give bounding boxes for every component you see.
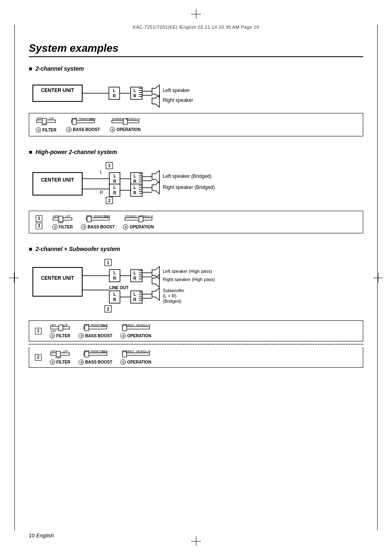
crosshair-bottom: [191, 536, 201, 546]
svg-text:Left speaker (Bridged): Left speaker (Bridged): [163, 173, 212, 179]
svg-text:12dB: 12dB: [89, 117, 95, 120]
svg-text:12dB: 12dB: [104, 215, 110, 218]
op-label-1: OPERATION: [116, 127, 141, 132]
page-number: 10: [29, 532, 35, 539]
svg-text:HPF: HPF: [51, 350, 56, 353]
num2-badge-2: 2: [36, 223, 42, 229]
page-lang: English: [36, 532, 54, 539]
header-text: KAC-7251/7201(KE) lEnglish 02.11.14 10:3…: [29, 25, 363, 30]
svg-text:CENTER UNIT: CENTER UNIT: [41, 88, 74, 93]
op-circle-1: ④: [110, 127, 115, 132]
bass-circle-1: ③: [66, 127, 71, 132]
svg-text:L: L: [134, 185, 136, 190]
svg-text:L: L: [113, 185, 116, 190]
svg-text:L: L: [134, 292, 136, 297]
filter-slider-1: HPF LPF OFF: [36, 117, 56, 126]
num1-badge-2: 1: [36, 215, 42, 222]
svg-text:L: L: [134, 88, 136, 93]
section1-title: 2-channel system: [29, 65, 363, 72]
diagram-2channel: CENTER UNIT L R L R: [29, 77, 337, 110]
svg-text:(L + R): (L + R): [163, 293, 177, 298]
svg-text:CENTER UNIT: CENTER UNIT: [41, 177, 74, 183]
page: KAC-7251/7201(KE) lEnglish 02.11.14 10:3…: [0, 0, 392, 555]
op-slider-3b: STEREO MONO(L≡R): [122, 350, 150, 359]
svg-text:L: L: [134, 271, 136, 275]
svg-rect-137: [59, 325, 63, 331]
svg-text:MONO(L≡R): MONO(L≡R): [126, 117, 140, 121]
svg-text:R: R: [113, 276, 116, 281]
num2-badge-3: 2: [35, 354, 42, 361]
bass-circle-3a: ③: [78, 333, 84, 339]
svg-rect-100: [131, 269, 142, 282]
svg-text:Left speaker: Left speaker: [163, 88, 190, 93]
filter-slider-3a: HPF LPF OFF: [50, 323, 70, 332]
op-slider-2: STEREO MONO(L≡R): [124, 214, 153, 223]
svg-rect-120: [131, 291, 142, 303]
svg-text:R: R: [133, 191, 136, 195]
svg-text:(Bridged): (Bridged): [163, 299, 181, 304]
svg-text:STEREO: STEREO: [112, 117, 124, 120]
svg-text:OFF: OFF: [51, 330, 56, 332]
svg-text:L: L: [113, 88, 115, 93]
diagram-highpower: CENTER UNIT 1 L L R L R: [29, 160, 337, 207]
svg-text:L: L: [113, 271, 116, 275]
filter-label-3b: FILTER: [56, 360, 70, 364]
dotted-separator: [29, 344, 363, 345]
bass-slider-2: OFF (REMOTE) 12dB: [85, 214, 110, 223]
bass-slider-3b: OFF (REMOTE) 12dB: [83, 350, 108, 359]
svg-text:HPF: HPF: [51, 324, 56, 327]
diagram-subwoofer: CENTER UNIT 1 L R L R: [29, 257, 349, 319]
op-circle-2: ④: [123, 224, 128, 230]
svg-text:L: L: [113, 174, 116, 178]
svg-text:L: L: [113, 292, 116, 297]
svg-text:R: R: [100, 190, 103, 195]
svg-text:Left speaker (High pass): Left speaker (High pass): [163, 269, 212, 274]
num1-badge-3: 1: [35, 328, 42, 334]
filter-label-2: FILTER: [59, 225, 73, 229]
op-slider-3a: STEREO MONO(L≡R): [122, 323, 150, 332]
filter-label-3a: FILTER: [56, 334, 70, 338]
svg-text:LINE OUT: LINE OUT: [109, 286, 129, 290]
svg-rect-91: [33, 267, 82, 296]
svg-text:LPF: LPF: [65, 215, 71, 218]
svg-text:L: L: [134, 174, 136, 178]
section-2channel: 2-channel system CENTER UNIT L R L R: [29, 65, 363, 136]
svg-text:Subwoofer: Subwoofer: [163, 288, 184, 293]
filter-label-1: FILTER: [42, 128, 56, 132]
filter-slider-2: HPF LPF OFF: [52, 214, 73, 223]
svg-text:MONO(L≡R): MONO(L≡R): [139, 215, 153, 218]
svg-text:R: R: [133, 276, 136, 281]
section-subwoofer: 2-channel + Subwoofer system CENTER UNIT…: [29, 246, 363, 368]
svg-text:12dB: 12dB: [101, 324, 108, 327]
svg-text:R: R: [113, 179, 116, 184]
svg-text:LPF: LPF: [63, 324, 68, 327]
operation-slider-1: STEREO MONO(L≡R): [111, 117, 140, 126]
svg-rect-7: [131, 87, 142, 99]
svg-text:R: R: [133, 297, 136, 302]
svg-text:Right speaker (Bridged): Right speaker (Bridged): [163, 184, 215, 190]
section2-title: High-power 2-channel system: [29, 149, 363, 155]
filter-circle-3a: ②: [50, 333, 55, 339]
svg-marker-55: [152, 170, 159, 183]
svg-text:2: 2: [107, 307, 109, 311]
svg-text:CENTER UNIT: CENTER UNIT: [41, 275, 74, 281]
svg-text:1: 1: [107, 260, 109, 265]
svg-text:OFF: OFF: [58, 221, 64, 223]
bass-circle-3b: ③: [78, 359, 84, 365]
op-circle-3a: ④: [120, 333, 126, 339]
svg-text:MONO(L≡R): MONO(L≡R): [136, 350, 150, 353]
svg-marker-110: [152, 267, 159, 279]
section3-title: 2-channel + Subwoofer system: [29, 246, 363, 252]
crosshair-left: [9, 273, 19, 283]
bass-boost-slider-1: OFF (REMOTE) 12dB: [71, 117, 95, 126]
op-label-2: OPERATION: [129, 225, 154, 229]
bass-circle-2: ③: [81, 224, 86, 230]
svg-text:R: R: [133, 94, 136, 98]
svg-text:R: R: [113, 191, 116, 195]
filter-circle-1: ②: [36, 127, 41, 133]
svg-text:Right speaker (High pass): Right speaker (High pass): [163, 277, 215, 282]
svg-text:R: R: [113, 94, 116, 98]
svg-text:OFF: OFF: [55, 356, 61, 359]
svg-text:STEREO: STEREO: [122, 324, 134, 327]
svg-text:OFF: OFF: [84, 350, 90, 353]
